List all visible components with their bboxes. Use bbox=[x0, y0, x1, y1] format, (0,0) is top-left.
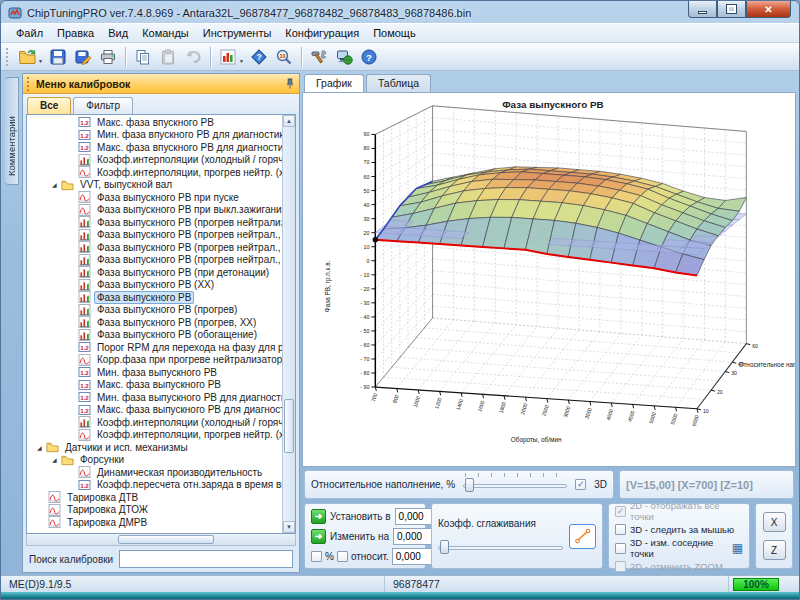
tree-item-label[interactable]: Порог RPM для перехода на фазу для режим… bbox=[94, 341, 282, 354]
tree-item-label[interactable]: Коэфф.интерполяции (холодный / горячий ) bbox=[94, 154, 282, 167]
tree-item[interactable]: Фаза выпускного РВ при выкл.зажигания bbox=[27, 204, 282, 217]
tree-item-label[interactable]: Фаза выпускного РВ (прогрев нейтрал., ХХ… bbox=[94, 254, 282, 267]
z-axis-button[interactable]: Z bbox=[763, 540, 786, 560]
compare-charts-icon[interactable] bbox=[216, 45, 240, 69]
tree-item[interactable]: ◢Форсунки bbox=[27, 454, 282, 467]
menu-item[interactable]: Правка bbox=[50, 25, 101, 41]
tree-item[interactable]: Тарировка ДМРВ bbox=[27, 516, 282, 529]
dropdown-caret[interactable]: ▼ bbox=[38, 58, 43, 64]
load-slider[interactable] bbox=[463, 478, 567, 492]
mode-checkbox[interactable] bbox=[615, 524, 626, 535]
tree-item[interactable]: ◢VVT, выпускной вал bbox=[27, 179, 282, 192]
tree-item-label[interactable]: Мин. фаза впускного РВ для диагностики bbox=[94, 129, 282, 142]
view-tab-Таблица[interactable]: Таблица bbox=[366, 74, 431, 92]
open-file-icon[interactable] bbox=[15, 45, 39, 69]
tree-item[interactable]: Фаза выпускного РВ (прогрев нейтрал., ХХ… bbox=[27, 254, 282, 267]
tree-item[interactable]: 1.2Мин. фаза впускного РВ для диагностик… bbox=[27, 129, 282, 142]
info-icon[interactable]: ? bbox=[247, 45, 271, 69]
x-axis-button[interactable]: X bbox=[763, 512, 786, 532]
tree-item-label[interactable]: Макс. фаза впускного РВ bbox=[94, 116, 217, 129]
mode-checkbox[interactable]: ✓ bbox=[615, 506, 626, 517]
expand-arrow[interactable]: ◢ bbox=[52, 456, 61, 463]
tree-item-label[interactable]: Макс. фаза выпускного РВ для диагностики bbox=[94, 404, 282, 417]
tree-item[interactable]: 1.2Макс. фаза выпускного РВ для диагност… bbox=[27, 404, 282, 417]
apply-change-button[interactable]: ➜ bbox=[311, 529, 326, 544]
tree-item-label[interactable]: Форсунки bbox=[77, 454, 127, 467]
tree-item[interactable]: 1.2Макс. фаза впускного РВ bbox=[27, 116, 282, 129]
tree-item[interactable]: 1.2Коэфф.пересчета отн.заряда в время вп… bbox=[27, 479, 282, 492]
tree-item[interactable]: Фаза выпускного РВ (прогрев) bbox=[27, 304, 282, 317]
tree-item[interactable]: Фаза выпускного РВ (прогрев нейтрал., хо… bbox=[27, 229, 282, 242]
network-icon[interactable] bbox=[332, 45, 356, 69]
grid-icon[interactable]: ▦ bbox=[732, 543, 743, 553]
undo-icon[interactable] bbox=[181, 45, 205, 69]
menu-item[interactable]: Помощь bbox=[366, 25, 423, 41]
menu-item[interactable]: Команды bbox=[135, 25, 196, 41]
tree-item-label[interactable]: Фаза выпускного РВ (обогащение) bbox=[94, 329, 260, 342]
tree-item-label[interactable]: Мин. фаза выпускного РВ для диагностики bbox=[94, 391, 282, 404]
tree-item[interactable]: Фаза выпускного РВ bbox=[27, 291, 282, 304]
tree-item-label[interactable]: Датчики и исп. механизмы bbox=[62, 441, 191, 454]
percent-checkbox[interactable] bbox=[311, 551, 322, 562]
tree-item-label[interactable]: VVT, выпускной вал bbox=[77, 179, 175, 192]
smoothing-slider[interactable] bbox=[438, 540, 563, 554]
tree-item-label[interactable]: Фаза выпускного РВ (ХХ) bbox=[94, 279, 217, 292]
tree-horizontal-scrollbar[interactable] bbox=[26, 534, 296, 546]
tree-item-label[interactable]: Макс. фаза впускного РВ для диагностики bbox=[94, 141, 282, 154]
mode-checkbox[interactable] bbox=[615, 543, 626, 554]
tree-item[interactable]: Фаза выпускного РВ (прогрев нейтрал., ХХ… bbox=[27, 241, 282, 254]
search-input[interactable] bbox=[119, 550, 293, 568]
minimize-button[interactable] bbox=[688, 1, 717, 18]
view-tab-График[interactable]: График bbox=[304, 74, 364, 92]
tree-item[interactable]: Тарировка ДТОЖ bbox=[27, 504, 282, 517]
chart-area[interactable]: - 90- 80- 70- 60- 50- 40- 30- 20- 100102… bbox=[302, 92, 796, 467]
tree-item[interactable]: 1.2Макс. фаза выпускного РВ bbox=[27, 379, 282, 392]
preview-10-icon[interactable]: 10 bbox=[272, 45, 296, 69]
mode-checkbox[interactable] bbox=[615, 561, 626, 572]
comments-tab[interactable]: Комментарии bbox=[5, 77, 19, 185]
tree-item[interactable]: 1.2Мин. фаза выпускного РВ bbox=[27, 366, 282, 379]
tree-item[interactable]: 1.2Мин. фаза выпускного РВ для диагности… bbox=[27, 391, 282, 404]
tree-item-label[interactable]: Коэфф.интерполяции, прогрев нейтр. (холо… bbox=[94, 429, 282, 442]
tree-item[interactable]: 1.2Макс. фаза впускного РВ для диагности… bbox=[27, 141, 282, 154]
pin-icon[interactable] bbox=[285, 78, 295, 89]
sidebar-tab-Фильтр[interactable]: Фильтр bbox=[73, 97, 133, 114]
tree-item[interactable]: Фаза выпускного РВ при пуске bbox=[27, 191, 282, 204]
tree-item-label[interactable]: Фаза выпускного РВ (прогрев нейтрализато… bbox=[94, 216, 282, 229]
title-bar[interactable]: ChipTuningPRO ver.7.4.8.969 - Antara32L_… bbox=[1, 1, 799, 23]
tree-item-label[interactable]: Фаза выпускного РВ (при детонации) bbox=[94, 266, 272, 279]
tools-icon[interactable] bbox=[307, 45, 331, 69]
paste-icon[interactable] bbox=[156, 45, 180, 69]
close-button[interactable]: ✕ bbox=[746, 1, 791, 18]
menu-item[interactable]: Конфигурация bbox=[278, 25, 366, 41]
tree-item-label[interactable]: Корр.фаза при прогреве нейтрализатора bbox=[94, 354, 282, 367]
surface-chart[interactable]: - 90- 80- 70- 60- 50- 40- 30- 20- 100102… bbox=[303, 93, 795, 466]
dropdown-caret[interactable]: ▼ bbox=[239, 58, 244, 64]
tree-item-label[interactable]: Макс. фаза выпускного РВ bbox=[94, 379, 224, 392]
relative-checkbox[interactable] bbox=[337, 551, 348, 562]
scroll-thumb[interactable] bbox=[118, 535, 214, 544]
tree-item-label[interactable]: Динамическая производительность bbox=[94, 466, 265, 479]
maximize-button[interactable] bbox=[717, 1, 746, 18]
tree-item[interactable]: Фаза выпускного РВ (обогащение) bbox=[27, 329, 282, 342]
tree-item-label[interactable]: Фаза выпускного РВ при выкл.зажигания bbox=[94, 204, 282, 217]
tree-item-label[interactable]: Тарировка ДТОЖ bbox=[64, 504, 151, 517]
smoothing-apply-button[interactable] bbox=[569, 524, 596, 549]
tree-item-label[interactable]: Коэфф.интерполяции, прогрев нейтр. (холо… bbox=[94, 166, 282, 179]
tree-item[interactable]: ◢Датчики и исп. механизмы bbox=[27, 441, 282, 454]
scroll-up-arrow[interactable]: ▲ bbox=[283, 115, 295, 127]
tree-item[interactable]: Динамическая производительность bbox=[27, 466, 282, 479]
tree-vertical-scrollbar[interactable]: ▲ ▼ bbox=[282, 115, 295, 533]
tree-item[interactable]: Фаза выпускного РВ (прогрев, ХХ) bbox=[27, 316, 282, 329]
tree-item-label[interactable]: Фаза выпускного РВ (прогрев нейтрал., ХХ… bbox=[94, 241, 282, 254]
menu-item[interactable]: Файл bbox=[9, 25, 50, 41]
save-as-icon[interactable] bbox=[71, 45, 95, 69]
menu-item[interactable]: Вид bbox=[101, 25, 135, 41]
tree-item[interactable]: Фаза выпускного РВ (ХХ) bbox=[27, 279, 282, 292]
tree-item[interactable]: 1.2Порог RPM для перехода на фазу для ре… bbox=[27, 341, 282, 354]
tree-item-label[interactable]: Тарировка ДТВ bbox=[64, 491, 141, 504]
tree-item[interactable]: Фаза выпускного РВ (при детонации) bbox=[27, 266, 282, 279]
save-icon[interactable] bbox=[46, 45, 70, 69]
tree-item[interactable]: Коэфф.интерполяции, прогрев нейтр. (холо… bbox=[27, 166, 282, 179]
tree-item-label[interactable]: Тарировка ДМРВ bbox=[64, 516, 150, 529]
